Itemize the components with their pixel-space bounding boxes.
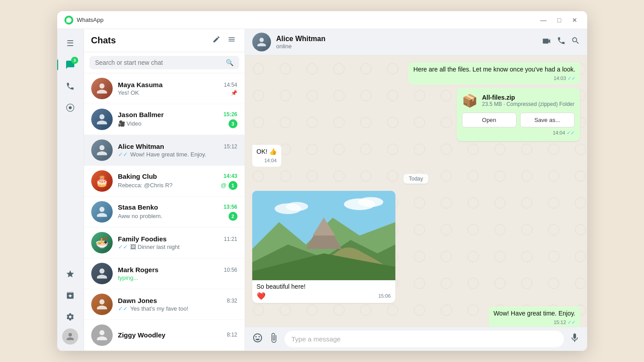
minimize-button[interactable]: — xyxy=(538,16,549,25)
chat-info-maya: Maya Kasuma 14:54 Yes! OK 📌 xyxy=(118,81,237,96)
nav-phone-icon[interactable] xyxy=(60,76,80,96)
bubble-time-m5: 15:12 xyxy=(554,319,566,326)
nav-menu-icon[interactable]: ☰ xyxy=(60,34,80,53)
chat-header-name: Alice Whitman xyxy=(276,35,536,43)
search-box: 🔍 xyxy=(84,52,245,73)
chat-preview-baking: Rebecca: @Chris R? xyxy=(118,182,221,189)
chat-list: Maya Kasuma 14:54 Yes! OK 📌 xyxy=(84,73,245,351)
chat-header-status: online xyxy=(276,43,536,50)
chat-item-maya[interactable]: Maya Kasuma 14:54 Yes! OK 📌 xyxy=(84,73,245,104)
bubble-text-m1: Here are all the files. Let me know once… xyxy=(413,66,575,73)
voice-call-icon[interactable] xyxy=(557,36,566,48)
msg-m2: 📦 All-files.zip 23.5 MB · Compressed (zi… xyxy=(252,88,580,141)
app-body: ☰ 3 xyxy=(57,29,587,351)
chat-info-family: Family Foodies 11:21 ✓✓ 🖼 Dinner last ni… xyxy=(118,235,237,250)
search-input-wrap: 🔍 xyxy=(89,56,239,69)
chat-time-stasa: 13:56 xyxy=(224,204,237,210)
chat-item-baking[interactable]: 🎂 Baking Club 14:43 Rebecca: @Chris R? @… xyxy=(84,166,245,197)
chat-time-dawn: 8:32 xyxy=(227,298,237,304)
bubble-m2: 📦 All-files.zip 23.5 MB · Compressed (zi… xyxy=(457,88,580,141)
chat-preview-mark: typing... xyxy=(118,274,237,281)
file-info: 📦 All-files.zip 23.5 MB · Compressed (zi… xyxy=(462,93,575,108)
chat-header-avatar[interactable] xyxy=(252,33,271,51)
chat-time-mark: 10:56 xyxy=(224,267,237,273)
mic-icon[interactable] xyxy=(569,333,580,346)
new-chat-button[interactable] xyxy=(211,34,222,47)
message-input[interactable] xyxy=(284,331,564,347)
svg-point-1 xyxy=(69,106,72,109)
chat-info-mark: Mark Rogers 10:56 typing... xyxy=(118,266,237,281)
chat-info-alice: Alice Whitman 15:12 ✓✓ Wow! Have great t… xyxy=(118,143,237,158)
chat-item-ziggy[interactable]: Ziggy Woodley 8:12 xyxy=(84,320,245,351)
bubble-tick-m5: ✓✓ xyxy=(568,319,576,326)
chat-preview-stasa: Aww no problem. xyxy=(118,213,229,219)
avatar-jason xyxy=(91,109,113,130)
heart-reaction[interactable]: ❤️ xyxy=(257,292,266,300)
chat-search-icon[interactable] xyxy=(571,36,580,48)
avatar-dawn xyxy=(91,294,113,315)
chat-preview-maya: Yes! OK xyxy=(118,89,231,96)
nav-archive-icon[interactable] xyxy=(60,286,80,305)
chat-preview-jason: 🎥 Video xyxy=(118,120,229,127)
maximize-button[interactable]: □ xyxy=(555,16,564,25)
chat-name-ziggy: Ziggy Woodley xyxy=(118,331,165,339)
chat-header: Alice Whitman online xyxy=(245,29,587,55)
chat-preview-dawn: ✓✓ Yes that's my fave too! xyxy=(118,305,237,312)
chat-info-dawn: Dawn Jones 8:32 ✓✓ Yes that's my fave to… xyxy=(118,297,237,312)
search-input[interactable] xyxy=(95,59,226,66)
bubble-time-m4: 15:06 xyxy=(378,293,391,299)
unread-badge-stasa: 2 xyxy=(229,212,237,221)
chat-options-button[interactable] xyxy=(226,34,237,47)
msg-m4: So beautiful here! ❤️ 15:06 xyxy=(252,191,580,303)
file-name: All-files.zip xyxy=(482,94,575,101)
bubble-m3: OK! 👍 14:04 xyxy=(252,145,281,167)
emoji-icon[interactable] xyxy=(252,333,263,346)
chat-info-jason: Jason Ballmer 15:26 🎥 Video 3 xyxy=(118,111,237,128)
zip-file-icon: 📦 xyxy=(462,93,478,108)
chat-time-alice: 15:12 xyxy=(224,143,237,150)
avatar-stasa xyxy=(91,201,113,223)
chat-messages: Here are all the files. Let me know once… xyxy=(245,55,587,327)
sidebar-nav: ☰ 3 xyxy=(57,29,84,351)
bubble-m1: Here are all the files. Let me know once… xyxy=(409,63,580,84)
search-icon: 🔍 xyxy=(226,59,233,66)
chat-input-bar xyxy=(245,327,587,351)
chat-time-ziggy: 8:12 xyxy=(227,332,237,338)
file-details: All-files.zip 23.5 MB · Compressed (zipp… xyxy=(482,94,575,107)
avatar-baking: 🎂 xyxy=(91,170,113,192)
chat-name-alice: Alice Whitman xyxy=(118,143,164,150)
chat-panel-header: Chats xyxy=(84,29,245,52)
chats-title: Chats xyxy=(91,35,211,46)
attach-icon[interactable] xyxy=(268,333,279,346)
close-button[interactable]: ✕ xyxy=(569,16,580,25)
bubble-time-m3: 14:04 xyxy=(264,157,277,164)
app-icon xyxy=(64,16,73,25)
svg-point-6 xyxy=(358,197,383,207)
bubble-time-m1: 14:03 xyxy=(554,75,566,82)
chat-item-dawn[interactable]: Dawn Jones 8:32 ✓✓ Yes that's my fave to… xyxy=(84,289,245,320)
open-file-button[interactable]: Open xyxy=(462,113,517,127)
nav-settings-icon[interactable] xyxy=(60,307,80,327)
nav-starred-icon[interactable] xyxy=(60,264,80,284)
chat-preview-family: ✓✓ 🖼 Dinner last night xyxy=(118,244,237,250)
chat-header-icons xyxy=(542,36,580,48)
chat-header-info[interactable]: Alice Whitman online xyxy=(276,35,536,50)
chat-info-ziggy: Ziggy Woodley 8:12 xyxy=(118,331,237,340)
chat-info-baking: Baking Club 14:43 Rebecca: @Chris R? @ 1 xyxy=(118,173,237,190)
chat-item-alice[interactable]: Alice Whitman 15:12 ✓✓ Wow! Have great t… xyxy=(84,135,245,166)
chat-item-jason[interactable]: Jason Ballmer 15:26 🎥 Video 3 xyxy=(84,104,245,135)
nav-status-icon[interactable] xyxy=(60,98,80,118)
nav-profile-avatar[interactable] xyxy=(62,328,78,345)
avatar-family: 🍜 xyxy=(91,232,113,253)
nav-chats-icon[interactable]: 3 xyxy=(60,55,80,75)
video-call-icon[interactable] xyxy=(542,36,551,48)
chat-item-family[interactable]: 🍜 Family Foodies 11:21 ✓✓ 🖼 Dinner last … xyxy=(84,227,245,258)
bubble-text-m3: OK! 👍 xyxy=(257,148,277,155)
chat-item-stasa[interactable]: Stasa Benko 13:56 Aww no problem. 2 xyxy=(84,197,245,227)
chat-panel: Chats 🔍 xyxy=(84,29,245,351)
bubble-m5: Wow! Have great time. Enjoy. 15:12 ✓✓ xyxy=(489,307,580,327)
chat-item-mark[interactable]: Mark Rogers 10:56 typing... xyxy=(84,258,245,289)
chat-name-mark: Mark Rogers xyxy=(118,266,159,274)
save-file-button[interactable]: Save as... xyxy=(520,113,575,127)
img-footer: ❤️ 15:06 xyxy=(252,292,395,303)
